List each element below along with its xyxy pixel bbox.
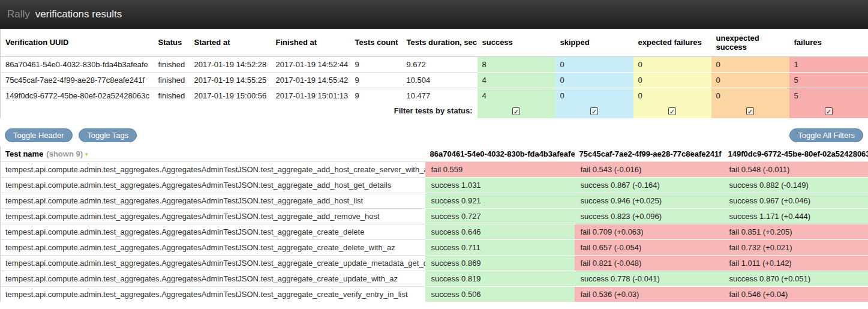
test-result-cell-1: success 0.727 [425, 208, 575, 224]
test-row: tempest.api.compute.admin.test_aggregate… [1, 224, 868, 239]
rally-brand: Rally [7, 8, 30, 20]
test-row: tempest.api.compute.admin.test_aggregate… [1, 193, 868, 208]
cell-status: finished [154, 72, 190, 88]
test-result-cell-2: success 0.867 (-0.164) [575, 177, 723, 193]
test-row: tempest.api.compute.admin.test_aggregate… [1, 271, 868, 286]
tests-table-body: tempest.api.compute.admin.test_aggregate… [1, 161, 868, 302]
filter-tests-label: Filter tests by status: [1, 103, 477, 118]
test-result-cell-3: success 0.967 (+0.046) [723, 193, 868, 208]
verification-row: 149f0dc9-6772-45be-80ef-02a52428063cfini… [1, 88, 868, 103]
uuid-column-header-1: 86a70461-54e0-4032-830b-fda4b3afeafe [425, 146, 575, 162]
test-result-cell-2: success 0.823 (+0.096) [575, 208, 723, 224]
filter-checkbox-failures[interactable]: ✓ [825, 107, 833, 115]
test-result-cell-1: success 1.031 [425, 177, 575, 193]
cell-skipped: 0 [555, 72, 633, 88]
sort-arrow-icon: ▾ [85, 151, 88, 157]
cell-started-at: 2017-01-19 14:55:25 [190, 72, 271, 88]
test-name-cell[interactable]: tempest.api.compute.admin.test_aggregate… [1, 271, 425, 286]
cell-started-at: 2017-01-19 14:52:28 [190, 56, 271, 72]
test-result-cell-3: fail 1.011 (+0.142) [723, 255, 868, 271]
test-name-cell[interactable]: tempest.api.compute.admin.test_aggregate… [1, 161, 425, 177]
test-result-cell-1: fail 0.559 [425, 161, 575, 177]
test-name-cell[interactable]: tempest.api.compute.admin.test_aggregate… [1, 177, 425, 193]
cell-uuid: 75c45caf-7ae2-4f99-ae28-77c8eafe241f [1, 72, 154, 88]
test-result-cell-2: fail 0.821 (-0.048) [575, 255, 723, 271]
summary-table-body: 86a70461-54e0-4032-830b-fda4b3afeafefini… [1, 56, 868, 103]
col-header-unexpected-success: unexpected success [711, 29, 789, 56]
test-name-cell[interactable]: tempest.api.compute.admin.test_aggregate… [1, 255, 425, 271]
test-name-cell[interactable]: tempest.api.compute.admin.test_aggregate… [1, 208, 425, 224]
filter-row: Filter tests by status: ✓✓✓✓✓ [1, 103, 868, 118]
filter-cell-success: ✓ [477, 103, 555, 118]
toggle-header-button[interactable]: Toggle Header [5, 128, 73, 142]
tests-header-row: Test name(shown 9)▾ 86a70461-54e0-4032-8… [1, 146, 868, 162]
test-row: tempest.api.compute.admin.test_aggregate… [1, 255, 868, 271]
cell-status: finished [154, 88, 190, 103]
cell-uuid: 149f0dc9-6772-45be-80ef-02a52428063c [1, 88, 154, 103]
filter-checkbox-unexpected-success[interactable]: ✓ [746, 107, 754, 115]
cell-tests-count: 9 [350, 56, 402, 72]
summary-header-row: Verification UUID Status Started at Fini… [1, 29, 868, 56]
test-result-cell-1: success 0.921 [425, 193, 575, 208]
verifications-summary-table: Verification UUID Status Started at Fini… [0, 29, 868, 118]
test-result-cell-2: fail 0.536 (+0.03) [575, 286, 723, 302]
test-result-cell-3: success 0.882 (-0.149) [723, 177, 868, 193]
cell-failures: 5 [789, 72, 868, 88]
test-name-cell[interactable]: tempest.api.compute.admin.test_aggregate… [1, 239, 425, 255]
test-result-cell-3: fail 0.546 (+0.04) [723, 286, 868, 302]
top-bar: Rallyverifications results [0, 0, 868, 29]
col-header-success: success [477, 29, 555, 56]
col-header-verification-uuid: Verification UUID [1, 29, 154, 56]
cell-finished-at: 2017-01-19 15:01:13 [271, 88, 350, 103]
col-header-expected-failures: expected failures [633, 29, 711, 56]
col-header-tests-duration: Tests duration, sec [402, 29, 477, 56]
test-result-cell-3: success 1.171 (+0.444) [723, 208, 868, 224]
filter-checkbox-expected-failures[interactable]: ✓ [668, 107, 676, 115]
test-row: tempest.api.compute.admin.test_aggregate… [1, 286, 868, 302]
test-result-cell-1: success 0.819 [425, 271, 575, 286]
test-name-cell[interactable]: tempest.api.compute.admin.test_aggregate… [1, 286, 425, 302]
col-header-started-at: Started at [190, 29, 271, 56]
filter-cell-unexpected-success: ✓ [711, 103, 789, 118]
col-header-status: Status [154, 29, 190, 56]
page-title: verifications results [35, 8, 122, 20]
shown-count: (shown 9) [46, 149, 83, 158]
cell-unexpected-success: 0 [711, 88, 789, 103]
filter-checkbox-skipped[interactable]: ✓ [590, 107, 598, 115]
cell-success: 4 [477, 88, 555, 103]
cell-unexpected-success: 0 [711, 72, 789, 88]
test-name-cell[interactable]: tempest.api.compute.admin.test_aggregate… [1, 193, 425, 208]
cell-expected-failures: 0 [633, 88, 711, 103]
test-result-cell-1: success 0.711 [425, 239, 575, 255]
col-header-failures: failures [789, 29, 868, 56]
test-row: tempest.api.compute.admin.test_aggregate… [1, 161, 868, 177]
col-header-tests-count: Tests count [350, 29, 402, 56]
test-name-cell[interactable]: tempest.api.compute.admin.test_aggregate… [1, 224, 425, 239]
toggle-tags-button[interactable]: Toggle Tags [79, 128, 137, 142]
test-result-cell-3: success 0.870 (+0.051) [723, 271, 868, 286]
filter-checkbox-success[interactable]: ✓ [512, 107, 520, 115]
toggle-all-filters-button[interactable]: Toggle All Filters [789, 128, 863, 142]
cell-skipped: 0 [555, 88, 633, 103]
verification-row: 86a70461-54e0-4032-830b-fda4b3afeafefini… [1, 56, 868, 72]
col-header-skipped: skipped [555, 29, 633, 56]
cell-expected-failures: 0 [633, 72, 711, 88]
test-result-cell-1: success 0.646 [425, 224, 575, 239]
cell-success: 4 [477, 72, 555, 88]
test-result-cell-1: success 0.869 [425, 255, 575, 271]
filter-cell-expected-failures: ✓ [633, 103, 711, 118]
col-header-finished-at: Finished at [271, 29, 350, 56]
uuid-column-header-2: 75c45caf-7ae2-4f99-ae28-77c8eafe241f [575, 146, 723, 162]
cell-started-at: 2017-01-19 15:00:56 [190, 88, 271, 103]
test-result-cell-3: fail 0.851 (+0.205) [723, 224, 868, 239]
test-name-header[interactable]: Test name(shown 9)▾ [1, 146, 425, 162]
test-result-cell-2: success 0.946 (+0.025) [575, 193, 723, 208]
filter-cell-skipped: ✓ [555, 103, 633, 118]
test-row: tempest.api.compute.admin.test_aggregate… [1, 208, 868, 224]
tests-results-table: Test name(shown 9)▾ 86a70461-54e0-4032-8… [0, 146, 868, 302]
cell-skipped: 0 [555, 56, 633, 72]
cell-unexpected-success: 0 [711, 56, 789, 72]
cell-tests-count: 9 [350, 88, 402, 103]
cell-duration: 10.477 [402, 88, 477, 103]
cell-status: finished [154, 56, 190, 72]
